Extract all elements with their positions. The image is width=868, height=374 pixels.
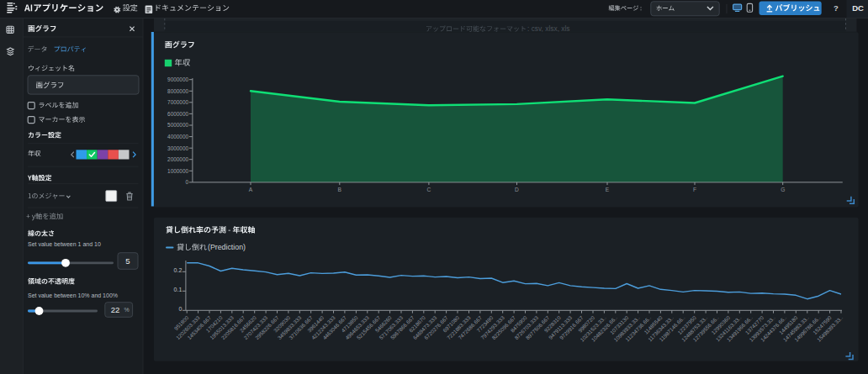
svg-text:22: 22 [111, 305, 120, 314]
svg-text:2000000: 2000000 [167, 156, 188, 162]
svg-text:4000000: 4000000 [167, 134, 188, 140]
svg-text:7000000: 7000000 [167, 99, 188, 105]
svg-text:0: 0 [178, 306, 182, 312]
svg-text:0.2: 0.2 [174, 267, 183, 273]
svg-text:9000000: 9000000 [167, 76, 188, 82]
svg-text:8000000: 8000000 [167, 88, 188, 94]
svg-text:E: E [606, 187, 610, 192]
svg-text:F: F [693, 187, 696, 192]
svg-text:D: D [515, 187, 519, 192]
svg-text:A: A [249, 187, 253, 192]
svg-text:Set value between 10% and 100%: Set value between 10% and 100% [28, 292, 118, 298]
svg-text:3000000: 3000000 [167, 145, 188, 151]
svg-text:B: B [338, 187, 342, 192]
svg-text:6000000: 6000000 [167, 111, 188, 117]
svg-text:0.1: 0.1 [174, 287, 183, 292]
svg-text:5000000: 5000000 [167, 122, 188, 128]
svg-text:?: ? [834, 3, 839, 13]
svg-text:: csv, xlsx, xls: : csv, xlsx, xls [527, 24, 570, 33]
svg-text:DC: DC [852, 3, 864, 13]
svg-text:(Prediction): (Prediction) [208, 243, 246, 251]
svg-text:%: % [124, 307, 129, 313]
svg-text:G: G [781, 187, 785, 192]
svg-text:Set value between 1 and 10: Set value between 1 and 10 [28, 241, 101, 247]
svg-text:5: 5 [125, 256, 130, 266]
svg-text:1000000: 1000000 [167, 168, 188, 174]
svg-text:0: 0 [185, 179, 188, 185]
svg-text:C: C [427, 187, 431, 192]
